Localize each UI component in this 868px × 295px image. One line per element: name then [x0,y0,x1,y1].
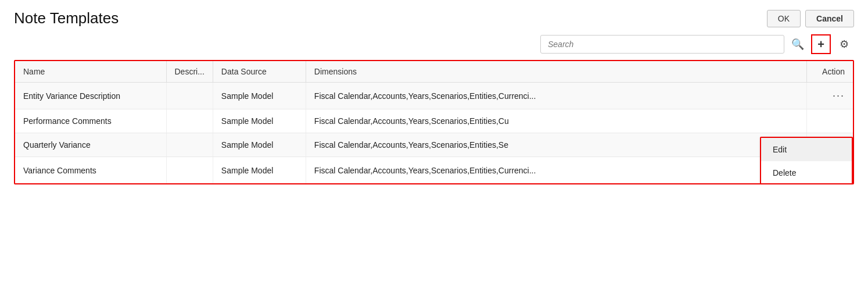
add-button[interactable]: + [811,34,831,54]
page-title: Note Templates [14,9,119,27]
gear-icon: ⚙ [840,38,849,51]
cancel-button[interactable]: Cancel [805,10,854,27]
cell-name: Entity Variance Description [15,83,166,109]
cell-name: Variance Comments [15,157,166,184]
cell-datasource: Sample Model [213,133,306,157]
table-row: Entity Variance DescriptionSample ModelF… [15,83,853,109]
col-header-action: Action [806,61,853,83]
cell-description [166,83,213,109]
cell-description [166,109,213,133]
context-menu: Edit Delete Refresh [760,137,853,184]
ok-button[interactable]: OK [767,10,801,27]
cell-action [806,109,853,133]
table-wrapper: Name Descri... Data Source Dimensions Ac… [14,60,854,184]
cell-datasource: Sample Model [213,109,306,133]
cell-name: Performance Comments [15,109,166,133]
cell-dimensions: Fiscal Calendar,Accounts,Years,Scenarios… [306,133,806,157]
cell-dimensions: Fiscal Calendar,Accounts,Years,Scenarios… [306,109,806,133]
table-row: Performance CommentsSample ModelFiscal C… [15,109,853,133]
col-header-dimensions: Dimensions [306,61,806,83]
cell-dimensions: Fiscal Calendar,Accounts,Years,Scenarios… [306,83,806,109]
context-menu-edit[interactable]: Edit [761,138,852,161]
search-icon-button[interactable]: 🔍 [788,34,808,54]
cell-datasource: Sample Model [213,83,306,109]
cell-action: ··· [806,83,853,109]
toolbar: 🔍 + ⚙ [14,34,854,54]
cell-name: Quarterly Variance [15,133,166,157]
cell-description [166,157,213,184]
table-header-row: Name Descri... Data Source Dimensions Ac… [15,61,853,83]
table-row: Quarterly VarianceSample ModelFiscal Cal… [15,133,853,157]
col-header-datasource: Data Source [213,61,306,83]
settings-button[interactable]: ⚙ [834,34,854,54]
table-row: Variance CommentsSample ModelFiscal Cale… [15,157,853,184]
cell-dimensions: Fiscal Calendar,Accounts,Years,Scenarios… [306,157,806,184]
cell-datasource: Sample Model [213,157,306,184]
action-dots-button[interactable]: ··· [833,90,845,101]
note-templates-table: Name Descri... Data Source Dimensions Ac… [15,61,853,183]
cell-description [166,133,213,157]
search-input[interactable] [540,35,784,54]
context-menu-delete[interactable]: Delete [761,161,852,184]
header-buttons: OK Cancel [767,10,854,27]
col-header-description: Descri... [166,61,213,83]
col-header-name: Name [15,61,166,83]
add-icon: + [817,38,824,51]
search-icon: 🔍 [791,38,804,51]
